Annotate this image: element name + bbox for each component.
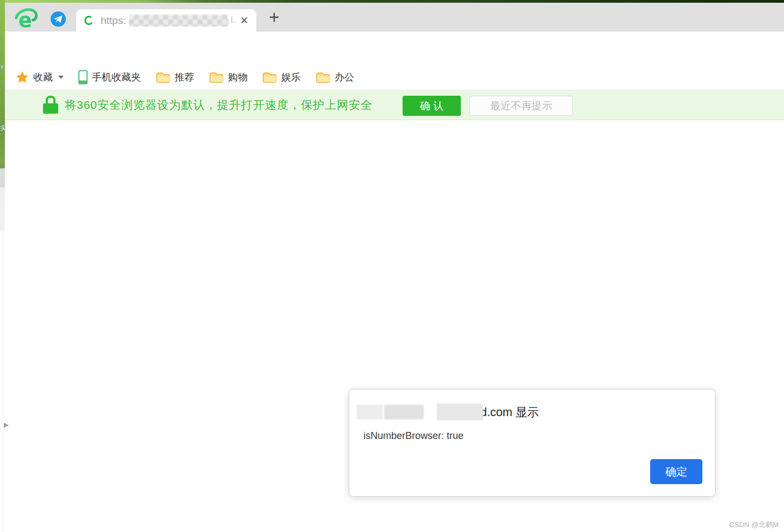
green-lock-icon — [43, 96, 58, 114]
redacted-tab-title — [129, 15, 229, 27]
tab-close-icon[interactable]: ✕ — [238, 14, 251, 27]
folder-icon — [209, 71, 224, 83]
sidebar-expand-handle[interactable]: ▶ — [4, 421, 9, 429]
desktop-stray-text: 实 — [0, 124, 6, 132]
bookmarks-bar: 收藏 手机收藏夹 推荐 购物 娱乐 — [5, 64, 784, 90]
default-browser-notice-bar: 将360安全浏览器设为默认，提升打开速度，保护上网安全 确 认 最近不再提示 — [5, 90, 784, 120]
tab-title-tail: l. — [231, 15, 236, 26]
desktop-wallpaper-strip — [0, 0, 5, 532]
favorites-button[interactable]: 收藏 — [16, 71, 64, 84]
caret-down-icon[interactable] — [58, 76, 64, 79]
navigation-toolbar: https:/ n/360.html — [5, 32, 784, 64]
bookmark-folder-tuijian[interactable]: 推荐 — [156, 71, 194, 84]
redacted-text — [384, 405, 424, 419]
bookmark-folder-label: 推荐 — [175, 71, 194, 84]
star-icon — [16, 71, 29, 83]
active-tab[interactable]: https: l. ✕ — [76, 9, 256, 32]
folder-icon — [262, 71, 277, 83]
alert-ok-button[interactable]: 确定 — [650, 459, 702, 484]
bookmark-folder-gouwu[interactable]: 购物 — [209, 71, 248, 84]
redacted-text — [437, 404, 483, 420]
folder-icon — [316, 71, 330, 83]
bookmark-folder-bangong[interactable]: 办公 — [316, 71, 354, 84]
browser-window: e https: l. ✕ + — [5, 3, 784, 532]
notice-message: 将360安全浏览器设为默认，提升打开速度，保护上网安全 — [65, 97, 373, 113]
mobile-favorites-button[interactable]: 手机收藏夹 — [78, 70, 141, 84]
tab-strip: e https: l. ✕ + — [5, 3, 784, 32]
alert-message: isNumberBrowser: true — [363, 430, 464, 442]
tab-title: https: — [101, 15, 126, 27]
bookmark-folder-label: 娱乐 — [281, 71, 301, 84]
favorites-label: 收藏 — [33, 71, 53, 84]
mobile-favorites-label: 手机收藏夹 — [92, 71, 141, 84]
dismiss-notice-button[interactable]: 最近不再提示 — [470, 96, 573, 116]
confirm-default-button[interactable]: 确 认 — [403, 96, 461, 116]
alert-dialog-title: d.com 显示 — [356, 404, 539, 420]
tab-loading-spinner-icon — [84, 15, 94, 26]
bookmark-folder-label: 购物 — [228, 71, 248, 84]
alert-dialog: d.com 显示 isNumberBrowser: true 确定 — [349, 389, 715, 497]
telegram-icon[interactable] — [51, 11, 66, 27]
svg-text:e: e — [18, 9, 32, 30]
bookmark-folder-label: 办公 — [335, 71, 354, 84]
new-tab-button[interactable]: + — [264, 7, 284, 28]
phone-icon — [78, 70, 88, 84]
watermark: CSDN @北鹤M — [730, 520, 779, 530]
folder-icon — [156, 71, 170, 83]
bookmark-folder-yule[interactable]: 娱乐 — [262, 71, 301, 84]
redacted-text — [356, 405, 382, 419]
browser-360-logo-icon[interactable]: e — [14, 5, 39, 30]
alert-origin-text: d.com 显示 — [480, 404, 539, 420]
desktop-stray-text: v — [1, 63, 4, 70]
